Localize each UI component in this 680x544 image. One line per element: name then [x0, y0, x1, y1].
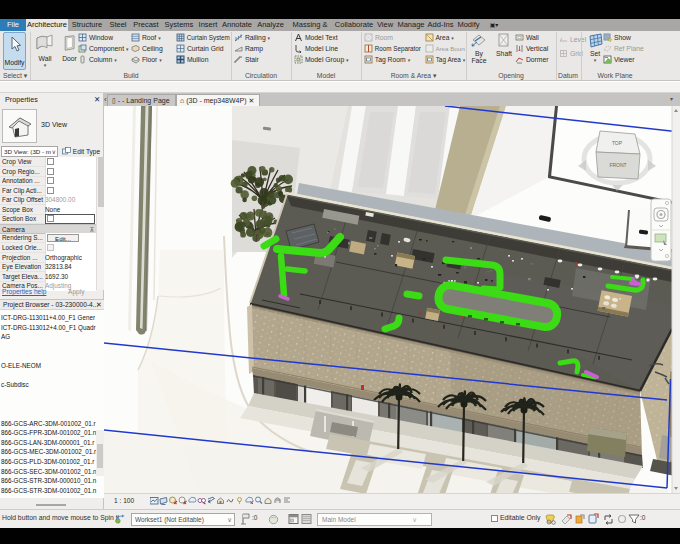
svg-text:FRONT: FRONT [609, 162, 626, 168]
svg-text:TOP: TOP [612, 140, 623, 146]
